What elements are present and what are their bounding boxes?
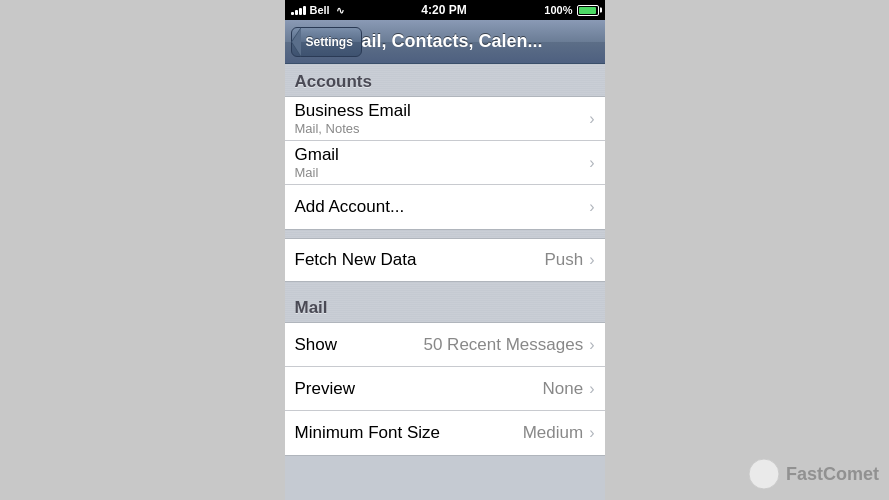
business-email-content: Business Email Mail, Notes — [295, 101, 590, 136]
preview-value: None — [543, 379, 584, 399]
add-account-content: Add Account... — [295, 197, 590, 217]
add-account-chevron-icon: › — [589, 198, 594, 216]
show-value: 50 Recent Messages — [423, 335, 583, 355]
battery-fill — [579, 7, 596, 14]
business-email-chevron-icon: › — [589, 110, 594, 128]
show-label: Show — [295, 335, 424, 355]
spacer-1 — [285, 230, 605, 238]
min-font-chevron-icon: › — [589, 424, 594, 442]
min-font-row[interactable]: Minimum Font Size Medium › — [285, 411, 605, 455]
fetch-new-data-chevron-icon: › — [589, 251, 594, 269]
add-account-row[interactable]: Add Account... › — [285, 185, 605, 229]
show-row[interactable]: Show 50 Recent Messages › — [285, 323, 605, 367]
show-chevron-icon: › — [589, 336, 594, 354]
signal-bar-4 — [303, 6, 306, 15]
spacer-2 — [285, 282, 605, 290]
preview-label: Preview — [295, 379, 543, 399]
fetch-new-data-label: Fetch New Data — [295, 250, 545, 270]
gmail-content: Gmail Mail — [295, 145, 590, 180]
gmail-chevron-icon: › — [589, 154, 594, 172]
fetch-new-data-value: Push — [544, 250, 583, 270]
signal-bar-1 — [291, 12, 294, 15]
fetch-new-data-row[interactable]: Fetch New Data Push › — [285, 238, 605, 282]
page-title: Mail, Contacts, Calen... — [346, 31, 542, 52]
back-button-label: Settings — [306, 35, 353, 49]
navigation-bar: Settings Mail, Contacts, Calen... — [285, 20, 605, 64]
business-email-sub: Mail, Notes — [295, 121, 590, 136]
battery-percent: 100% — [544, 4, 572, 16]
business-email-label: Business Email — [295, 101, 590, 121]
accounts-section-header: Accounts — [285, 64, 605, 96]
business-email-row[interactable]: Business Email Mail, Notes › — [285, 97, 605, 141]
battery-icon — [577, 5, 599, 16]
status-right: 100% — [544, 4, 598, 16]
mail-table: Show 50 Recent Messages › Preview None ›… — [285, 322, 605, 456]
signal-bar-3 — [299, 8, 302, 15]
wifi-icon: ∿ — [336, 5, 344, 16]
min-font-value: Medium — [523, 423, 583, 443]
gmail-label: Gmail — [295, 145, 590, 165]
watermark: FastComet — [748, 458, 879, 490]
mail-section-header: Mail — [285, 290, 605, 322]
signal-bars-icon — [291, 5, 306, 15]
accounts-table: Business Email Mail, Notes › Gmail Mail … — [285, 96, 605, 230]
signal-bar-2 — [295, 10, 298, 15]
preview-chevron-icon: › — [589, 380, 594, 398]
time-display: 4:20 PM — [421, 3, 466, 17]
back-button[interactable]: Settings — [291, 27, 362, 57]
phone-screen: Bell ∿ 4:20 PM 100% Settings Mail, Conta… — [285, 0, 605, 500]
gmail-row[interactable]: Gmail Mail › — [285, 141, 605, 185]
status-bar: Bell ∿ 4:20 PM 100% — [285, 0, 605, 20]
carrier-label: Bell — [310, 4, 330, 16]
svg-point-0 — [749, 459, 779, 489]
watermark-text: FastComet — [786, 464, 879, 485]
fastcomet-logo-icon — [748, 458, 780, 490]
status-left: Bell ∿ — [291, 4, 344, 16]
content-area: Accounts Business Email Mail, Notes › Gm… — [285, 64, 605, 456]
preview-row[interactable]: Preview None › — [285, 367, 605, 411]
gmail-sub: Mail — [295, 165, 590, 180]
add-account-label: Add Account... — [295, 197, 590, 217]
battery-box — [577, 5, 599, 16]
min-font-label: Minimum Font Size — [295, 423, 523, 443]
